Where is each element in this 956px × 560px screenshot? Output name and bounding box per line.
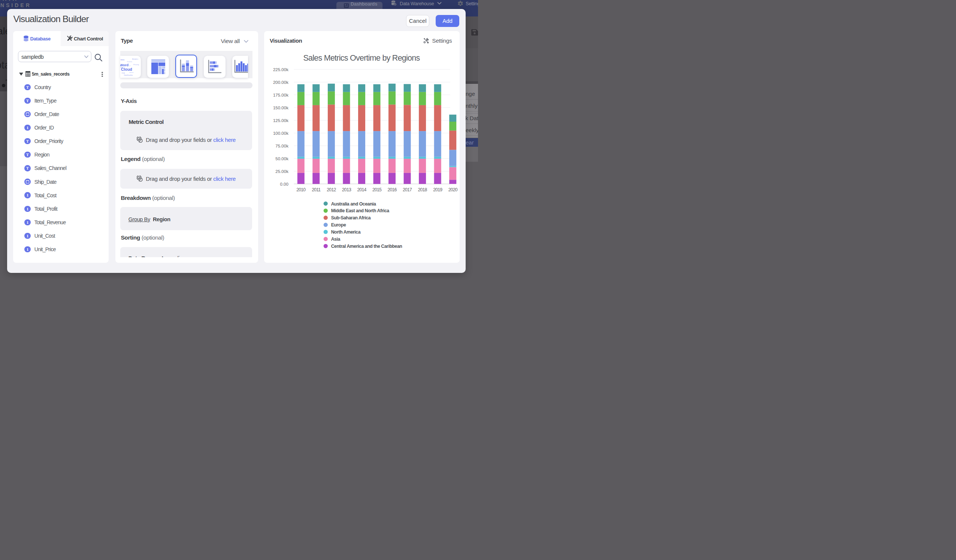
svg-text:100.00k: 100.00k [273, 131, 288, 135]
svg-text:Asia: Asia [331, 237, 341, 242]
svg-text:75.00k: 75.00k [275, 144, 288, 148]
svg-text:KeyData: KeyData [127, 61, 132, 63]
svg-text:Middle East and North Africa: Middle East and North Africa [331, 208, 390, 213]
svg-text:2011: 2011 [312, 187, 321, 192]
svg-text:[svg]: [svg] [122, 72, 125, 74]
svg-text:Analytics: Analytics [132, 58, 138, 60]
svg-text:2016: 2016 [387, 187, 397, 192]
svg-text:50.00k: 50.00k [275, 157, 288, 161]
svg-text:internet: internet [129, 72, 134, 74]
svg-text:2013: 2013 [342, 187, 351, 192]
svg-text:Sales Metrics Overtime by Regi: Sales Metrics Overtime by Regions [303, 53, 420, 63]
svg-text:2020: 2020 [448, 187, 458, 192]
svg-text:2010: 2010 [296, 187, 306, 192]
svg-text:225.00k: 225.00k [273, 67, 288, 72]
svg-text:Australia and Oceania: Australia and Oceania [331, 201, 376, 207]
svg-text:125.00k: 125.00k [273, 118, 288, 123]
svg-text:iness: iness [121, 59, 125, 61]
svg-text:of: of [129, 65, 131, 67]
svg-text:2019: 2019 [433, 187, 442, 192]
svg-text:2018: 2018 [418, 187, 428, 192]
svg-text:Cloud: Cloud [121, 67, 132, 72]
svg-text:2012: 2012 [327, 187, 336, 192]
svg-text:Europe: Europe [331, 222, 346, 227]
svg-text:Central America and the Caribb: Central America and the Caribbean [331, 244, 403, 249]
svg-text:150.00k: 150.00k [273, 105, 288, 110]
svg-text:DataVisualiza: DataVisualiza [124, 74, 133, 76]
svg-text:25.00k: 25.00k [275, 169, 288, 174]
svg-text:Sub-Saharan Africa: Sub-Saharan Africa [331, 215, 371, 221]
svg-text:2017: 2017 [403, 187, 412, 192]
svg-text:200.00k: 200.00k [273, 80, 288, 85]
svg-text:Phrasing: Phrasing [134, 64, 139, 66]
svg-text:175.00k: 175.00k [273, 93, 288, 97]
svg-text:North America: North America [331, 229, 361, 235]
svg-text:0.00: 0.00 [280, 182, 288, 187]
svg-text:2015: 2015 [373, 187, 382, 192]
svg-text:2014: 2014 [357, 187, 366, 192]
